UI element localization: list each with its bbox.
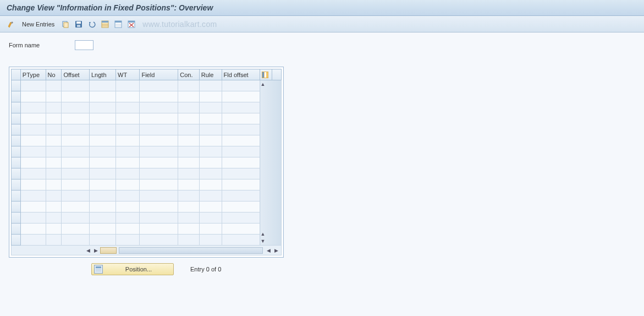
- col-fld-offset[interactable]: Fld offset: [222, 69, 260, 80]
- col-ptype[interactable]: PType: [20, 69, 46, 80]
- cell-rule[interactable]: [199, 113, 222, 124]
- cell-wt[interactable]: [116, 224, 140, 235]
- cell-lngth[interactable]: [89, 135, 115, 146]
- cell-ptype[interactable]: [20, 91, 46, 102]
- cell-no[interactable]: [46, 168, 62, 179]
- hscroll-thumb-small[interactable]: [100, 247, 117, 254]
- cell-rule[interactable]: [199, 157, 222, 168]
- cell-con[interactable]: [178, 179, 200, 190]
- cell-ptype[interactable]: [20, 201, 46, 213]
- row-selector[interactable]: [12, 124, 21, 135]
- cell-wt[interactable]: [116, 168, 140, 179]
- cell-fld-offset[interactable]: [222, 201, 260, 213]
- row-selector[interactable]: [12, 190, 21, 201]
- cell-rule[interactable]: [199, 235, 222, 246]
- cell-ptype[interactable]: [20, 135, 46, 146]
- cell-ptype[interactable]: [20, 80, 46, 91]
- cell-rule[interactable]: [199, 190, 222, 201]
- cell-ptype[interactable]: [20, 157, 46, 168]
- cell-ptype[interactable]: [20, 168, 46, 179]
- cell-no[interactable]: [46, 113, 62, 124]
- cell-ptype[interactable]: [20, 124, 46, 135]
- row-selector[interactable]: [12, 168, 21, 179]
- cell-no[interactable]: [46, 91, 62, 102]
- col-lngth[interactable]: Lngth: [89, 69, 115, 80]
- cell-fld-offset[interactable]: [222, 102, 260, 113]
- cell-offset[interactable]: [62, 235, 90, 246]
- cell-con[interactable]: [178, 224, 200, 235]
- cell-field[interactable]: [140, 213, 178, 224]
- cell-wt[interactable]: [116, 201, 140, 213]
- cell-lngth[interactable]: [89, 235, 115, 246]
- row-selector[interactable]: [12, 179, 21, 190]
- cell-lngth[interactable]: [89, 213, 115, 224]
- row-selector[interactable]: [12, 80, 21, 91]
- row-selector[interactable]: [12, 201, 21, 213]
- vscroll-down-icon[interactable]: ▼: [260, 238, 281, 244]
- cell-con[interactable]: [178, 146, 200, 157]
- cell-rule[interactable]: [199, 135, 222, 146]
- cell-fld-offset[interactable]: [222, 135, 260, 146]
- cell-offset[interactable]: [62, 190, 90, 201]
- configure-columns-icon[interactable]: [260, 69, 272, 80]
- col-field[interactable]: Field: [140, 69, 178, 80]
- cell-lngth[interactable]: [89, 113, 115, 124]
- cell-field[interactable]: [140, 224, 178, 235]
- cell-lngth[interactable]: [89, 124, 115, 135]
- row-selector[interactable]: [12, 146, 21, 157]
- hscroll-left2-icon[interactable]: ◀: [265, 248, 272, 253]
- cell-wt[interactable]: [116, 157, 140, 168]
- row-selector[interactable]: [12, 113, 21, 124]
- vscroll-up-icon[interactable]: ▲: [260, 81, 281, 88]
- cell-field[interactable]: [140, 168, 178, 179]
- cell-fld-offset[interactable]: [222, 124, 260, 135]
- cell-wt[interactable]: [116, 124, 140, 135]
- cell-wt[interactable]: [116, 213, 140, 224]
- vertical-scrollbar[interactable]: ▲▲▼: [260, 80, 282, 246]
- row-selector[interactable]: [12, 235, 21, 246]
- cell-ptype[interactable]: [20, 235, 46, 246]
- cell-lngth[interactable]: [89, 168, 115, 179]
- cell-wt[interactable]: [116, 80, 140, 91]
- cell-fld-offset[interactable]: [222, 224, 260, 235]
- cell-lngth[interactable]: [89, 146, 115, 157]
- cell-fld-offset[interactable]: [222, 235, 260, 246]
- hscroll-left-icon[interactable]: ◀: [85, 248, 91, 253]
- cell-fld-offset[interactable]: [222, 91, 260, 102]
- cell-rule[interactable]: [199, 124, 222, 135]
- cell-field[interactable]: [140, 157, 178, 168]
- cell-con[interactable]: [178, 135, 200, 146]
- cell-offset[interactable]: [62, 168, 90, 179]
- cell-rule[interactable]: [199, 179, 222, 190]
- cell-offset[interactable]: [62, 179, 90, 190]
- cell-ptype[interactable]: [20, 113, 46, 124]
- cell-rule[interactable]: [199, 102, 222, 113]
- cell-no[interactable]: [46, 135, 62, 146]
- row-selector[interactable]: [12, 224, 21, 235]
- cell-con[interactable]: [178, 157, 200, 168]
- cell-lngth[interactable]: [89, 91, 115, 102]
- toggle-icon[interactable]: [5, 19, 16, 30]
- cell-fld-offset[interactable]: [222, 146, 260, 157]
- cell-no[interactable]: [46, 201, 62, 213]
- col-wt[interactable]: WT: [116, 69, 140, 80]
- cell-rule[interactable]: [199, 168, 222, 179]
- vscroll-up2-icon[interactable]: ▲: [260, 231, 281, 237]
- cell-no[interactable]: [46, 124, 62, 135]
- deselect-all-icon[interactable]: [113, 19, 124, 30]
- col-no[interactable]: No: [46, 69, 62, 80]
- row-selector[interactable]: [12, 135, 21, 146]
- cell-ptype[interactable]: [20, 224, 46, 235]
- cell-no[interactable]: [46, 80, 62, 91]
- hscroll-right2-icon[interactable]: ▶: [273, 248, 279, 253]
- cell-rule[interactable]: [199, 201, 222, 213]
- cell-con[interactable]: [178, 124, 200, 135]
- cell-lngth[interactable]: [89, 80, 115, 91]
- cell-wt[interactable]: [116, 235, 140, 246]
- cell-offset[interactable]: [62, 224, 90, 235]
- cell-con[interactable]: [178, 91, 200, 102]
- cell-offset[interactable]: [62, 157, 90, 168]
- col-rule[interactable]: Rule: [199, 69, 222, 80]
- cell-con[interactable]: [178, 168, 200, 179]
- cell-offset[interactable]: [62, 113, 90, 124]
